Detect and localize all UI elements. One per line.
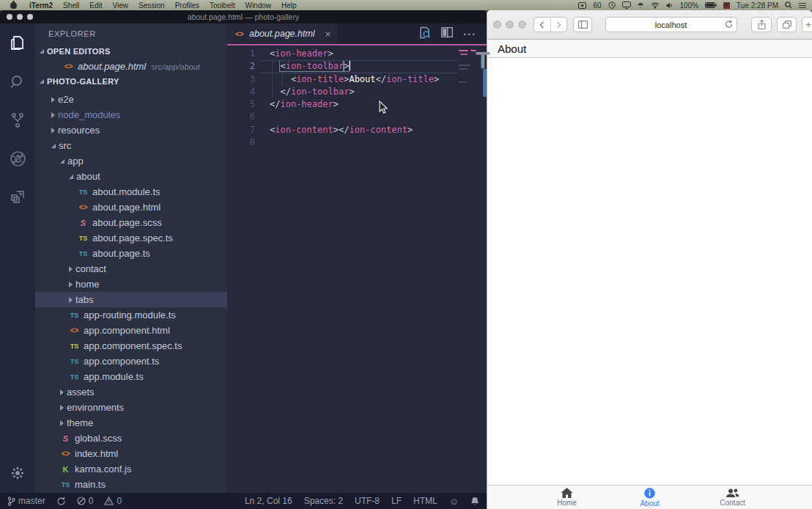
menu-toolbelt[interactable]: Toolbelt (204, 1, 240, 10)
sidebar-toggle-button[interactable] (573, 17, 592, 32)
menu-app-name[interactable]: iTerm2 (24, 1, 58, 10)
close-window-button[interactable] (7, 14, 12, 20)
tab-overview-button[interactable] (777, 17, 797, 32)
close-window-button[interactable] (493, 21, 501, 29)
umbrella-icon[interactable]: ☂ (638, 1, 644, 10)
code-line-1[interactable]: 1<ion-header> (227, 48, 487, 60)
tree-item-about.page.scss[interactable]: Sabout.page.scss (35, 215, 227, 230)
code-line-7[interactable]: 7<ion-content></ion-content> (227, 124, 487, 136)
apple-logo-icon[interactable] (10, 2, 17, 9)
tree-item-main.ts[interactable]: TSmain.ts (35, 477, 227, 492)
code-editor[interactable]: 1<ion-header>2 <ion-toolbar>3 <ion-title… (227, 45, 487, 149)
tree-item-contact[interactable]: contact (35, 261, 227, 277)
warning-count[interactable]: 0 (104, 496, 122, 506)
zoom-window-button[interactable] (518, 21, 526, 29)
code-line-8[interactable]: 8 (227, 136, 487, 149)
minimize-window-button[interactable] (506, 21, 514, 29)
menu-clock[interactable]: Tue 2:28 PM (737, 1, 778, 10)
git-branch-indicator[interactable]: master (7, 496, 45, 506)
battery-percent[interactable]: 100% (680, 1, 699, 10)
forward-button[interactable] (551, 21, 567, 29)
notification-center-icon[interactable] (799, 2, 806, 9)
tree-item-about.page.spec.ts[interactable]: TSabout.page.spec.ts (35, 230, 227, 246)
input-source-flag-icon[interactable] (723, 2, 730, 9)
more-actions-icon[interactable]: ··· (463, 28, 476, 40)
search-icon[interactable] (9, 73, 26, 94)
menu-profiles[interactable]: Profiles (170, 1, 204, 10)
code-line-4[interactable]: 4 </ion-toolbar> (227, 86, 487, 98)
notifications-bell-icon[interactable] (470, 497, 479, 506)
display-icon[interactable] (622, 1, 631, 9)
menu-help[interactable]: Help (276, 1, 302, 10)
tree-item-tabs[interactable]: tabs (35, 292, 227, 307)
screen-recording-icon[interactable] (578, 2, 586, 9)
extensions-icon[interactable] (9, 188, 26, 209)
menu-shell[interactable]: Shell (58, 1, 84, 10)
tree-item-resources[interactable]: resources (35, 122, 227, 138)
clock-icon[interactable] (608, 1, 616, 9)
ionic-tab-contact[interactable]: Contact (691, 486, 774, 509)
open-editor-item[interactable]: <> about.page.html src/app/about (35, 59, 227, 74)
source-control-icon[interactable] (9, 111, 26, 132)
tree-item-about.page.ts[interactable]: TSabout.page.ts (35, 246, 227, 261)
volume-icon[interactable] (666, 2, 673, 9)
tree-item-app.component.spec.ts[interactable]: TSapp.component.spec.ts (35, 338, 227, 354)
debug-disabled-icon[interactable] (9, 150, 27, 171)
tree-item-app-routing.module.ts[interactable]: TSapp-routing.module.ts (35, 307, 227, 323)
eol-setting[interactable]: LF (391, 496, 402, 506)
gear-icon[interactable] (10, 465, 26, 484)
menu-window[interactable]: Window (240, 1, 276, 10)
menu-edit[interactable]: Edit (84, 1, 107, 10)
menu-session[interactable]: Session (133, 1, 170, 10)
tree-item-about.page.html[interactable]: <>about.page.html (35, 199, 227, 215)
split-editor-icon[interactable] (441, 27, 453, 40)
tree-item-index.html[interactable]: <>index.html (35, 446, 227, 461)
battery-icon[interactable] (705, 2, 717, 8)
tree-item-app.component.ts[interactable]: TSapp.component.ts (35, 354, 227, 369)
tree-item-e2e[interactable]: e2e (35, 92, 227, 107)
ionic-tab-home[interactable]: Home (525, 486, 608, 509)
menu-view[interactable]: View (108, 1, 134, 10)
tree-item-about.module.ts[interactable]: TSabout.module.ts (35, 184, 227, 199)
open-editors-header[interactable]: OPEN EDITORS (35, 44, 227, 59)
tree-item-node_modules[interactable]: node_modules (35, 107, 227, 122)
ionic-tab-about[interactable]: About (608, 486, 691, 509)
tree-item-environments[interactable]: environments (35, 400, 227, 415)
share-button[interactable] (751, 17, 772, 32)
project-section-header[interactable]: PHOTO-GALLERY (35, 74, 227, 89)
cursor-position[interactable]: Ln 2, Col 16 (245, 496, 292, 506)
language-mode[interactable]: HTML (413, 496, 438, 506)
sync-indicator[interactable] (56, 497, 66, 506)
reload-icon[interactable] (725, 20, 733, 30)
tree-item-about[interactable]: about (35, 169, 227, 184)
tree-item-home[interactable]: home (35, 277, 227, 292)
tree-item-assets[interactable]: assets (35, 384, 227, 400)
vscode-title-bar[interactable]: about.page.html — photo-gallery (0, 10, 487, 23)
error-count[interactable]: 0 (77, 496, 94, 506)
close-tab-icon[interactable]: × (325, 29, 331, 40)
tab-about-page-html[interactable]: <> about.page.html × (227, 23, 337, 44)
code-line-2[interactable]: 2 <ion-toolbar> (227, 60, 487, 73)
encoding-setting[interactable]: UTF-8 (355, 496, 380, 506)
back-button[interactable] (534, 21, 550, 29)
tree-item-app[interactable]: app (35, 153, 227, 169)
tree-item-karma.conf.js[interactable]: Kkarma.conf.js (35, 461, 227, 477)
menu-counter[interactable]: 60 (593, 1, 601, 10)
tree-item-src[interactable]: src (35, 138, 227, 153)
spotlight-icon[interactable] (785, 1, 792, 9)
new-tab-button[interactable]: + (802, 17, 812, 32)
tree-item-theme[interactable]: theme (35, 415, 227, 431)
code-line-5[interactable]: 5</ion-header> (227, 98, 487, 111)
wifi-icon[interactable] (651, 2, 660, 9)
tree-item-global.scss[interactable]: Sglobal.scss (35, 431, 227, 446)
open-changes-icon[interactable] (418, 26, 431, 42)
tree-item-app.component.html[interactable]: <>app.component.html (35, 323, 227, 338)
address-bar[interactable]: localhost (605, 17, 737, 32)
code-line-6[interactable]: 6 (227, 111, 487, 123)
feedback-smiley-icon[interactable]: ☺ (449, 496, 459, 507)
tree-item-app.module.ts[interactable]: TSapp.module.ts (35, 369, 227, 384)
code-line-3[interactable]: 3 <ion-title>About</ion-title> (227, 73, 487, 86)
indentation-setting[interactable]: Spaces: 2 (304, 496, 343, 506)
zoom-window-button[interactable] (27, 14, 33, 20)
minimize-window-button[interactable] (17, 14, 23, 20)
